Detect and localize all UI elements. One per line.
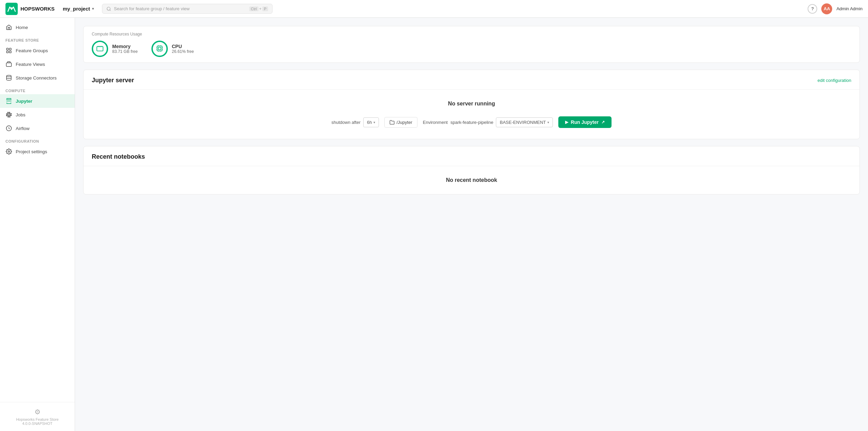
no-server-message: No server running [92, 101, 851, 107]
memory-item: Memory 83.71 GB free [92, 41, 138, 57]
svg-point-2 [107, 7, 110, 10]
sidebar-item-jobs[interactable]: Jobs [0, 108, 75, 121]
server-content: No server running shutdown after 6h ▾ [84, 90, 859, 139]
chevron-down-icon: ▾ [92, 7, 94, 11]
sidebar-item-storage-connectors[interactable]: Storage Connectors [0, 71, 75, 85]
avatar: AA [821, 3, 832, 14]
recent-notebooks-title: Recent notebooks [92, 153, 145, 160]
configuration-section-label: Configuration [0, 135, 75, 145]
sidebar-item-feature-views-label: Feature Views [16, 62, 45, 67]
shutdown-label: shutdown after [332, 120, 361, 125]
folder-label: /Jupyter [397, 120, 412, 125]
svg-rect-15 [97, 46, 103, 51]
edit-configuration-link[interactable]: edit configuration [818, 78, 851, 83]
sidebar: Home Feature Store Feature Groups [0, 18, 75, 431]
run-jupyter-label: Run Jupyter [571, 119, 599, 125]
sidebar-bottom-version: 4.0.0-SNAPSHOT [5, 421, 69, 426]
sidebar-item-feature-views[interactable]: Feature Views [0, 57, 75, 71]
svg-rect-4 [6, 48, 8, 50]
hopsworks-bottom-icon: ⚙ [5, 408, 69, 416]
svg-rect-6 [6, 51, 8, 53]
airflow-icon [5, 125, 12, 132]
cpu-ring [151, 41, 168, 57]
cpu-item: CPU 26.61% free [151, 41, 194, 57]
shutdown-chevron-icon: ▾ [373, 120, 375, 124]
help-button[interactable]: ? [808, 4, 817, 14]
memory-ring [92, 41, 108, 57]
storage-connectors-icon [5, 74, 12, 81]
sidebar-item-jupyter-label: Jupyter [16, 99, 32, 104]
search-shortcut: Ctrl + P [249, 6, 268, 11]
sidebar-item-project-settings[interactable]: Project settings [0, 145, 75, 158]
compute-items: Memory 83.71 GB free [92, 41, 851, 57]
main-area: Home Feature Store Feature Groups [0, 18, 868, 431]
feature-store-label: Feature Store [0, 34, 75, 44]
cpu-icon [156, 45, 163, 53]
run-jupyter-button[interactable]: ▶ Run Jupyter ↗ [558, 116, 612, 128]
logo-area: HOPSWORKS [5, 3, 55, 15]
project-name: my_project [63, 6, 90, 12]
sidebar-item-home[interactable]: Home [0, 20, 75, 34]
recent-notebooks-card: Recent notebooks No recent notebook [83, 146, 860, 195]
compute-resources-title: Compute Resources Usage [92, 32, 851, 37]
jobs-icon [5, 111, 12, 118]
environment-dropdown[interactable]: BASE-ENVIRONMENT ▾ [496, 117, 553, 127]
settings-icon [5, 148, 12, 155]
jupyter-server-header: Jupyter server edit configuration [84, 70, 859, 90]
feature-groups-icon [5, 47, 12, 54]
sidebar-item-feature-groups-label: Feature Groups [16, 48, 48, 53]
server-controls: shutdown after 6h ▾ /Jupyter [92, 116, 851, 128]
sidebar-item-home-label: Home [16, 25, 28, 30]
sidebar-bottom-text: Hopsworks Feature Store [5, 417, 69, 421]
sidebar-item-jobs-label: Jobs [16, 112, 26, 117]
main-content: Compute Resources Usage Memory [75, 18, 868, 431]
svg-rect-16 [157, 46, 162, 51]
no-notebooks-message: No recent notebook [92, 177, 851, 183]
home-icon [5, 24, 12, 31]
search-placeholder: Search for feature group / feature view [114, 6, 190, 11]
svg-rect-17 [158, 47, 161, 49]
feature-views-icon [5, 61, 12, 68]
jupyter-server-card: Jupyter server edit configuration No ser… [83, 70, 860, 139]
svg-rect-9 [8, 62, 10, 63]
shutdown-dropdown[interactable]: 6h ▾ [363, 117, 379, 127]
compute-section-label: Compute [0, 85, 75, 94]
sidebar-nav: Home Feature Store Feature Groups [0, 18, 75, 161]
environment-label: Environment [423, 120, 448, 125]
project-selector[interactable]: my_project ▾ [60, 4, 97, 13]
top-bar-right: ? AA Admin Admin [808, 3, 863, 14]
sidebar-item-jupyter[interactable]: Jupyter [0, 94, 75, 108]
search-icon [106, 6, 111, 11]
cpu-text: CPU 26.61% free [172, 44, 194, 54]
memory-value: 83.71 GB free [112, 49, 138, 54]
play-icon: ▶ [565, 120, 568, 125]
logo-text: HOPSWORKS [20, 6, 55, 12]
sidebar-item-storage-connectors-label: Storage Connectors [16, 75, 57, 81]
env-chevron-icon: ▾ [547, 120, 549, 124]
top-bar: HOPSWORKS my_project ▾ Search for featur… [0, 0, 868, 18]
memory-icon [96, 45, 104, 53]
sidebar-item-airflow[interactable]: Airflow [0, 121, 75, 135]
hopsworks-logo-icon [5, 3, 18, 15]
recent-notebooks-content: No recent notebook [84, 166, 859, 194]
environment-name: spark-feature-pipeline [451, 120, 494, 125]
svg-line-3 [110, 10, 111, 11]
environment-control: Environment spark-feature-pipeline BASE-… [423, 117, 553, 127]
jupyter-icon [5, 98, 12, 104]
folder-button[interactable]: /Jupyter [384, 117, 417, 128]
svg-rect-7 [10, 51, 11, 53]
sidebar-item-feature-groups[interactable]: Feature Groups [0, 44, 75, 57]
svg-point-1 [11, 7, 12, 9]
svg-point-10 [6, 75, 11, 77]
shutdown-value: 6h [367, 120, 372, 125]
jupyter-server-title: Jupyter server [92, 77, 134, 84]
folder-icon [389, 120, 395, 125]
shutdown-control: shutdown after 6h ▾ [332, 117, 379, 127]
sidebar-bottom: ⚙ Hopsworks Feature Store 4.0.0-SNAPSHOT [0, 402, 75, 431]
compute-resources: Compute Resources Usage Memory [83, 26, 860, 63]
sidebar-item-project-settings-label: Project settings [16, 149, 47, 154]
search-bar[interactable]: Search for feature group / feature view … [102, 4, 273, 14]
svg-point-14 [8, 151, 10, 153]
cpu-value: 26.61% free [172, 49, 194, 54]
svg-rect-5 [10, 48, 11, 50]
